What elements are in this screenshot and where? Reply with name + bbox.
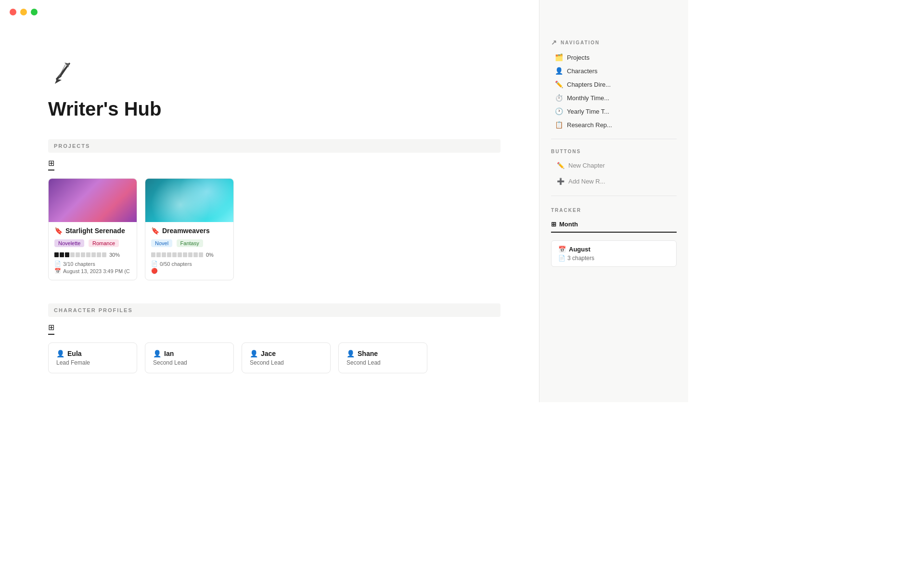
navigation-section: ↗ NAVIGATION 🗂️ Projects 👤 Characters ✏️… (551, 39, 677, 131)
yearly-clock-icon: 🕐 (555, 107, 563, 115)
divider-2 (551, 196, 677, 196)
buttons-header: BUTTONS (551, 149, 677, 154)
person-icon-jace: 👤 (250, 350, 258, 357)
bookmark-icon-dreamweavers: 🔖 (151, 227, 159, 235)
project-title-starlight: 🔖 Starlight Serenade (54, 227, 131, 235)
date-row-starlight: 📅 August 13, 2023 3:49 PM (C (54, 268, 131, 274)
person-icon-eula: 👤 (56, 350, 64, 357)
svg-marker-3 (55, 79, 62, 84)
tag-novelette: Novelette (54, 239, 84, 247)
character-role-ian: Second Lead (153, 359, 226, 366)
sidebar: ↗ NAVIGATION 🗂️ Projects 👤 Characters ✏️… (539, 0, 688, 402)
buttons-section: BUTTONS ✏️ New Chapter ➕ Add New R... (551, 149, 677, 188)
calendar-icon-starlight: 📅 (54, 268, 61, 274)
chapters-row-dreamweavers: 📄 0/50 chapters (151, 261, 228, 267)
project-title-dreamweavers: 🔖 Dreamweavers (151, 227, 228, 235)
progress-percent-starlight: 30% (109, 252, 120, 258)
pencil-icon: ✏️ (557, 162, 565, 169)
nav-item-monthly[interactable]: ⏱️ Monthly Time... (551, 92, 677, 104)
character-card-eula[interactable]: 👤 Eula Lead Female (48, 342, 137, 373)
add-new-r-button[interactable]: ➕ Add New R... (551, 175, 677, 188)
nav-item-yearly[interactable]: 🕐 Yearly Time T... (551, 105, 677, 118)
content-area: Writer's Hub PROJECTS ⊞ 🔖 Starlight Sere… (0, 0, 539, 402)
character-name-ian: Ian (164, 350, 174, 357)
person-icon-shane: 👤 (346, 350, 355, 357)
character-role-shane: Second Lead (346, 359, 419, 366)
folder-icon: 🗂️ (555, 53, 563, 61)
person-nav-icon: 👤 (555, 67, 563, 75)
characters-section-header: CHARACTER PROFILES (48, 303, 500, 317)
close-button[interactable] (10, 9, 16, 15)
projects-section: PROJECTS ⊞ 🔖 Starlight Serenade (48, 139, 500, 280)
doc-tracker-icon: 📄 (558, 255, 565, 262)
nav-item-characters[interactable]: 👤 Characters (551, 65, 677, 77)
grid-view-icon[interactable]: ⊞ (48, 158, 54, 168)
person-icon-ian: 👤 (153, 350, 161, 357)
character-card-ian[interactable]: 👤 Ian Second Lead (145, 342, 234, 373)
maximize-button[interactable] (31, 9, 38, 15)
character-card-jace[interactable]: 👤 Jace Second Lead (242, 342, 331, 373)
navigation-header: ↗ NAVIGATION (551, 39, 677, 46)
project-tags-dreamweavers: Novel Fantasy (151, 238, 228, 249)
nav-item-chapters[interactable]: ✏️ Chapters Dire... (551, 78, 677, 91)
tracker-month-card-august[interactable]: 📅 August 📄 3 chapters (551, 240, 677, 267)
research-icon: 📋 (555, 121, 563, 129)
view-toggle-projects[interactable]: ⊞ (48, 158, 54, 171)
chapters-row-starlight: 📄 3/10 chapters (54, 261, 131, 267)
tracker-tabs: ⊞ Month (551, 218, 677, 233)
character-name-shane: Shane (358, 350, 378, 357)
minimize-button[interactable] (20, 9, 27, 15)
character-name-eula: Eula (67, 350, 82, 357)
progress-bar-starlight (54, 252, 106, 257)
main-wrapper: Writer's Hub PROJECTS ⊞ 🔖 Starlight Sere… (0, 0, 924, 402)
clock-icon: ⏱️ (555, 94, 563, 102)
characters-section: CHARACTER PROFILES ⊞ 👤 Eula Lead Female … (48, 303, 500, 373)
project-image-dreamweavers (145, 179, 233, 222)
status-icon-dreamweavers: 🔴 (151, 268, 228, 274)
traffic-lights (10, 9, 38, 15)
plus-icon: ➕ (557, 178, 565, 185)
progress-bar-dreamweavers (151, 252, 203, 257)
progress-row-starlight: 30% (54, 252, 131, 258)
progress-row-dreamweavers: 0% (151, 252, 228, 258)
tracker-section: TRACKER ⊞ Month 📅 August 📄 3 chapters (551, 208, 677, 267)
progress-percent-dreamweavers: 0% (206, 252, 214, 258)
character-name-jace: Jace (261, 350, 276, 357)
view-toggle-characters[interactable]: ⊞ (48, 323, 54, 335)
nav-item-research[interactable]: 📋 Research Rep... (551, 118, 677, 131)
tag-novel: Novel (151, 239, 172, 247)
character-role-eula: Lead Female (56, 359, 129, 366)
project-card-starlight[interactable]: 🔖 Starlight Serenade Novelette Romance (48, 178, 137, 280)
projects-section-header: PROJECTS (48, 139, 500, 153)
navigation-icon: ↗ (551, 39, 558, 46)
divider-1 (551, 139, 677, 139)
project-image-starlight (49, 179, 137, 222)
new-chapter-button[interactable]: ✏️ New Chapter (551, 159, 677, 172)
character-card-shane[interactable]: 👤 Shane Second Lead (338, 342, 427, 373)
chapters-nav-icon: ✏️ (555, 80, 563, 88)
page-icon (48, 58, 500, 91)
character-grid: 👤 Eula Lead Female 👤 Ian Second Lead 👤 (48, 342, 500, 373)
chapters-icon-starlight: 📄 (54, 261, 61, 267)
grid-view-icon-characters[interactable]: ⊞ (48, 323, 54, 332)
nav-item-projects[interactable]: 🗂️ Projects (551, 51, 677, 64)
project-tags-starlight: Novelette Romance (54, 238, 131, 249)
chapters-icon-dreamweavers: 📄 (151, 261, 158, 267)
calendar-tracker-icon: 📅 (558, 246, 566, 253)
project-card-dreamweavers[interactable]: 🔖 Dreamweavers Novel Fantasy (145, 178, 234, 280)
tracker-header: TRACKER (551, 208, 677, 213)
character-role-jace: Second Lead (250, 359, 322, 366)
tab-month[interactable]: ⊞ Month (551, 218, 584, 232)
projects-grid: 🔖 Starlight Serenade Novelette Romance (48, 178, 500, 280)
bookmark-icon-starlight: 🔖 (54, 227, 63, 235)
tag-fantasy: Fantasy (177, 239, 203, 247)
tag-romance: Romance (89, 239, 119, 247)
page-title: Writer's Hub (48, 98, 500, 120)
grid-tab-icon: ⊞ (551, 221, 556, 228)
